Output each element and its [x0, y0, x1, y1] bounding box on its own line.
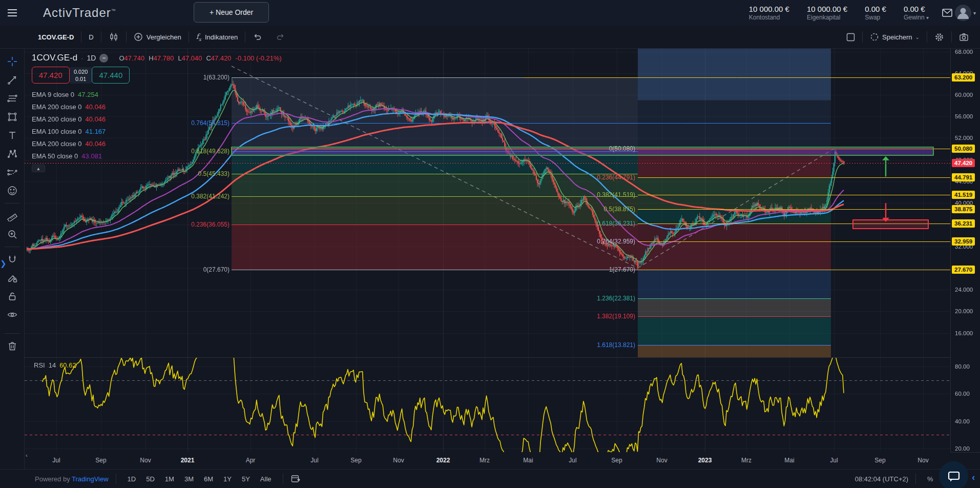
rsi-tick-label: 40.00 — [955, 418, 970, 424]
menu-icon[interactable] — [0, 0, 25, 26]
time-tick-label: Nov — [918, 457, 928, 464]
layout-icon[interactable] — [839, 30, 862, 44]
indicator-legend-row[interactable]: EMA 200 close 040.046 — [32, 137, 282, 150]
buy-button[interactable]: 47.440 — [92, 67, 130, 84]
time-tick-label: Mrz — [741, 457, 752, 464]
stat-gewinn[interactable]: 0.00 € Gewinn ▾ — [904, 5, 929, 21]
user-avatar[interactable]: ▾ — [954, 4, 976, 22]
settings-gear-icon[interactable] — [927, 30, 951, 44]
time-tick-label: Mai — [784, 457, 794, 464]
app-logo: ActivTrader™ — [43, 6, 116, 20]
percent-scale-button[interactable]: % — [923, 474, 937, 484]
indicator-name: EMA 9 close 0 — [32, 91, 74, 98]
emoji-tool-icon[interactable] — [4, 182, 21, 199]
indicator-value: 47.254 — [78, 91, 98, 98]
range-button-1m[interactable]: 1M — [161, 474, 178, 484]
new-order-button[interactable]: + Neue Order — [194, 2, 269, 23]
delete-drawings-trash-icon[interactable] — [4, 337, 21, 355]
top-bar: ActivTrader™ + Neue Order 10 000.00 € Ko… — [0, 0, 980, 26]
range-button-1d[interactable]: 1D — [123, 474, 140, 484]
stat-eigenkapital: 10 000.00 € Eigenkapital — [807, 5, 847, 21]
level-price-badge: 41.519 — [952, 191, 975, 199]
current-price-badge: 47.420 — [952, 159, 975, 167]
measure-tool-icon[interactable] — [4, 207, 21, 225]
crosshair-tool-icon[interactable] — [4, 53, 21, 70]
tradingview-link[interactable]: TradingView — [72, 475, 109, 483]
indicator-name: EMA 50 close 0 — [32, 152, 78, 160]
rsi-tick-label: 60.00 — [955, 391, 970, 397]
range-button-5d[interactable]: 5D — [142, 474, 159, 484]
trend-line-tool-icon[interactable] — [4, 71, 21, 89]
indicator-legend-row[interactable]: EMA 200 close 040.046 — [32, 100, 282, 113]
undo-icon[interactable] — [245, 30, 269, 44]
rsi-pane-canvas[interactable] — [25, 357, 950, 452]
hide-series-icon[interactable]: − — [99, 54, 108, 63]
indicator-name: EMA 200 close 0 — [32, 103, 82, 111]
lock-all-icon[interactable] — [4, 288, 21, 305]
rsi-tick-label: 80.00 — [955, 363, 970, 370]
rsi-tick-label: 20.00 — [955, 445, 970, 452]
fib-retracement-tool-icon[interactable] — [4, 90, 21, 107]
indicator-legend-row[interactable]: EMA 9 close 047.254 — [32, 88, 282, 100]
level-price-badge: 32.959 — [952, 237, 975, 246]
camera-icon[interactable] — [952, 30, 976, 44]
range-button-6m[interactable]: 6M — [200, 474, 217, 484]
price-tick-label: 24.000 — [955, 287, 973, 293]
time-tick-label: 2021 — [181, 457, 195, 464]
corner-collapse-chevron-icon[interactable]: ‹ — [972, 472, 975, 483]
indicator-name: EMA 200 close 0 — [32, 140, 82, 148]
range-button-1y[interactable]: 1Y — [219, 474, 236, 484]
powered-by: Powered by TradingView — [35, 475, 109, 483]
support-chat-button[interactable] — [939, 461, 968, 488]
rsi-legend[interactable]: RSI 14 60.62 — [34, 361, 76, 369]
interval-button[interactable]: D — [81, 30, 100, 44]
price-tick-label: 52.000 — [955, 135, 973, 141]
hide-drawings-eye-icon[interactable] — [4, 306, 21, 323]
compare-button[interactable]: Vergleichen — [127, 30, 189, 44]
interval-label[interactable]: 1D — [87, 54, 96, 62]
time-axis[interactable]: ‹ JulSepNov2021AprJulSepNov2022MrzMaiJul… — [25, 452, 950, 469]
account-stats: 10 000.00 € Kontostand 10 000.00 € Eigen… — [749, 0, 929, 26]
legend-collapse-button[interactable]: ▲ — [32, 165, 45, 172]
level-price-badge: 38.875 — [952, 205, 975, 213]
price-axis[interactable]: 68.00064.00060.00056.00052.00048.00044.0… — [950, 49, 980, 452]
indicator-value: 40.046 — [86, 115, 106, 123]
activtrader-app: ActivTrader™ + Neue Order 10 000.00 € Ko… — [0, 0, 980, 488]
range-button-alle[interactable]: Alle — [256, 474, 276, 484]
time-tick-label: Jul — [52, 457, 60, 464]
text-tool-icon[interactable] — [4, 127, 21, 144]
indicator-value: 40.046 — [86, 140, 106, 148]
chevron-down-icon: ▾ — [926, 15, 929, 21]
level-price-badge: 63.200 — [952, 73, 975, 82]
indicators-button[interactable]: fx Indikatoren — [189, 30, 245, 44]
pattern-tool-icon[interactable] — [4, 145, 21, 162]
time-axis-collapse-icon[interactable]: ‹ — [26, 452, 28, 458]
indicator-legend-row[interactable]: EMA 100 close 041.167 — [32, 125, 282, 137]
range-button-3m[interactable]: 3M — [180, 474, 198, 484]
forecast-tool-icon[interactable] — [4, 164, 21, 181]
symbol-button[interactable]: 1COV.GE-D — [31, 30, 81, 44]
goto-date-calendar-icon[interactable] — [290, 474, 301, 484]
drawing-mode-lock-icon[interactable] — [4, 269, 21, 287]
session-clock[interactable]: 08:42:04 (UTC+2) — [855, 475, 908, 483]
zoom-in-tool-icon[interactable] — [4, 226, 21, 243]
pane-divider[interactable] — [25, 357, 980, 358]
level-price-badge: 44.791 — [952, 173, 975, 181]
range-button-5y[interactable]: 5Y — [238, 474, 254, 484]
mail-icon[interactable] — [941, 7, 953, 19]
symbol-title[interactable]: 1COV.GE-d — [32, 53, 77, 63]
chart-type-candles-icon[interactable] — [101, 30, 126, 44]
time-tick-label: Mai — [523, 457, 533, 464]
stat-kontostand: 10 000.00 € Kontostand — [749, 5, 789, 21]
shapes-tool-icon[interactable] — [4, 108, 21, 126]
indicator-legend-row[interactable]: EMA 50 close 043.081 — [32, 150, 282, 162]
sell-button[interactable]: 47.420 — [32, 67, 70, 84]
trademark: ™ — [111, 8, 116, 13]
indicator-value: 40.046 — [86, 103, 106, 111]
indicator-legend-row[interactable]: EMA 200 close 040.046 — [32, 113, 282, 125]
chart-legend: 1COV.GE-d · 1D − O47.740 H47.780 L47.040… — [32, 53, 282, 172]
save-button[interactable]: Speichern ⌄ — [863, 30, 927, 44]
panel-expand-chevron-icon[interactable]: ❯ — [0, 259, 7, 268]
redo-icon[interactable] — [269, 30, 293, 44]
ohlc-values: O47.740 H47.780 L47.040 C47.420 -0.100 (… — [119, 54, 282, 62]
